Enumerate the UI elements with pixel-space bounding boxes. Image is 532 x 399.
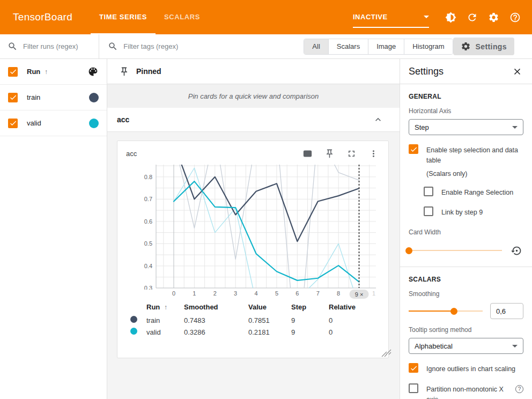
svg-text:9 ×: 9 ×: [355, 291, 364, 298]
col-header-relative[interactable]: Relative: [329, 301, 372, 314]
slider-thumb[interactable]: [450, 308, 457, 315]
smoothing-slider[interactable]: [409, 307, 483, 315]
scalar-line-chart[interactable]: 0.30.40.50.60.70.801234567819 ×: [126, 160, 381, 299]
cell-run: valid: [146, 326, 184, 338]
checkmark-icon: [9, 93, 17, 101]
checkmark-icon: [9, 68, 17, 76]
svg-text:0.8: 0.8: [144, 174, 152, 180]
card-header: acc: [126, 146, 380, 160]
reset-card-width-button[interactable]: [509, 243, 523, 257]
table-row: valid 0.3286 0.2181 9 0: [130, 326, 372, 338]
svg-text:0: 0: [172, 290, 175, 297]
checkmark-icon: [9, 119, 17, 127]
pin-icon: [119, 66, 129, 77]
chevron-up-icon[interactable]: [373, 114, 383, 125]
settings-gear-button[interactable]: [483, 6, 504, 28]
runs-sidebar: Run ↑ train valid: [0, 59, 107, 399]
cell-run: train: [146, 314, 184, 326]
horizontal-axis-label: Horizontal Axis: [409, 107, 523, 115]
chevron-down-icon: [512, 345, 518, 348]
resize-handle-icon[interactable]: [381, 350, 387, 356]
step-selection-row: Enable step selection and data table: [409, 144, 523, 166]
filter-button-histogram[interactable]: Histogram: [404, 39, 452, 54]
ignore-outliers-checkbox[interactable]: [409, 363, 418, 373]
select-all-runs-checkbox[interactable]: [8, 67, 18, 77]
filter-button-all[interactable]: All: [304, 39, 328, 54]
horizontal-axis-dropdown[interactable]: Step: [409, 119, 523, 135]
app-header: TensorBoard TIME SERIES SCALARS INACTIVE: [0, 0, 532, 34]
card-menu-button[interactable]: [367, 147, 380, 160]
gear-icon: [488, 12, 499, 23]
fit-to-domain-button[interactable]: [301, 147, 314, 160]
cell-relative: 0: [329, 314, 372, 326]
filter-button-scalars[interactable]: Scalars: [328, 39, 368, 54]
sort-arrow-icon: ↑: [164, 304, 167, 311]
card-title: acc: [126, 150, 137, 158]
help-outline-icon[interactable]: ?: [515, 385, 523, 393]
cell-value: 0.2181: [248, 326, 291, 338]
pin-card-button[interactable]: [323, 147, 336, 160]
cell-step: 9: [291, 326, 329, 338]
run-color-swatch: [89, 119, 99, 128]
reset-icon: [511, 245, 522, 256]
filter-tags-input[interactable]: [123, 42, 252, 50]
cell-relative: 0: [329, 326, 372, 338]
filter-row: All Scalars Image Histogram Settings: [0, 34, 532, 59]
smoothing-input[interactable]: [490, 303, 523, 319]
scalars-section-heading: SCALARS: [409, 276, 523, 283]
ignore-outliers-row: Ignore outliers in chart scaling: [409, 363, 523, 374]
col-header-step[interactable]: Step: [291, 301, 329, 314]
run-selector-dropdown[interactable]: INACTIVE: [353, 6, 429, 28]
step-selection-checkbox[interactable]: [409, 144, 418, 154]
main-content: Pinned Pin cards for a quick view and co…: [107, 59, 400, 399]
svg-text:7: 7: [316, 290, 320, 297]
gear-icon: [461, 41, 471, 51]
close-icon: [512, 66, 522, 77]
open-settings-button[interactable]: Settings: [453, 38, 514, 55]
settings-panel-header: Settings: [400, 59, 532, 84]
svg-text:0.5: 0.5: [144, 240, 152, 247]
fit-domain-icon: [302, 149, 313, 159]
col-header-run[interactable]: Run ↑: [146, 301, 184, 314]
search-icon: [8, 41, 18, 51]
tab-scalars[interactable]: SCALARS: [156, 0, 209, 34]
sort-arrow-icon[interactable]: ↑: [45, 68, 48, 76]
run-color-swatch: [89, 93, 99, 102]
help-button[interactable]: [504, 6, 526, 28]
filter-runs-input[interactable]: [23, 42, 87, 50]
card-toolbar: [292, 147, 380, 160]
run-train-checkbox[interactable]: [8, 93, 18, 102]
search-icon: [108, 41, 118, 51]
col-header-smoothed[interactable]: Smoothed: [184, 301, 248, 314]
run-valid-checkbox[interactable]: [8, 119, 18, 128]
close-settings-button[interactable]: [511, 65, 523, 78]
card-width-slider[interactable]: [409, 247, 502, 254]
filter-button-image[interactable]: Image: [368, 39, 404, 54]
table-header-row: Run ↑ Smoothed Value Step Relative: [130, 301, 372, 314]
refresh-button[interactable]: [461, 6, 483, 28]
palette-icon[interactable]: [87, 66, 99, 77]
range-selection-checkbox[interactable]: [424, 187, 433, 196]
runs-header-row: Run ↑: [0, 59, 107, 85]
col-header-value[interactable]: Value: [248, 301, 291, 314]
tab-time-series[interactable]: TIME SERIES: [91, 0, 156, 34]
section-header-acc[interactable]: acc: [107, 108, 400, 132]
pinned-empty-message: Pin cards for a quick view and compariso…: [107, 84, 400, 108]
app-logo: TensorBoard: [13, 0, 72, 34]
theme-toggle-button[interactable]: [440, 6, 461, 28]
range-selection-row: Enable Range Selection: [424, 187, 523, 198]
step-data-table: Run ↑ Smoothed Value Step Relative train…: [130, 301, 372, 338]
table-row: train 0.7483 0.7851 9 0: [130, 314, 372, 326]
run-selector-value: INACTIVE: [353, 13, 388, 21]
tooltip-sort-dropdown[interactable]: Alphabetical: [409, 338, 523, 354]
svg-text:6: 6: [295, 290, 299, 297]
partition-x-checkbox[interactable]: [409, 383, 418, 393]
cell-value: 0.7851: [248, 314, 291, 326]
link-by-step-checkbox[interactable]: [424, 206, 433, 216]
fullscreen-button[interactable]: [345, 147, 358, 160]
slider-thumb[interactable]: [405, 247, 412, 254]
svg-text:4: 4: [255, 290, 258, 297]
svg-text:0.6: 0.6: [144, 218, 152, 225]
run-color-swatch: [130, 316, 137, 323]
run-row-valid: valid: [0, 110, 107, 136]
